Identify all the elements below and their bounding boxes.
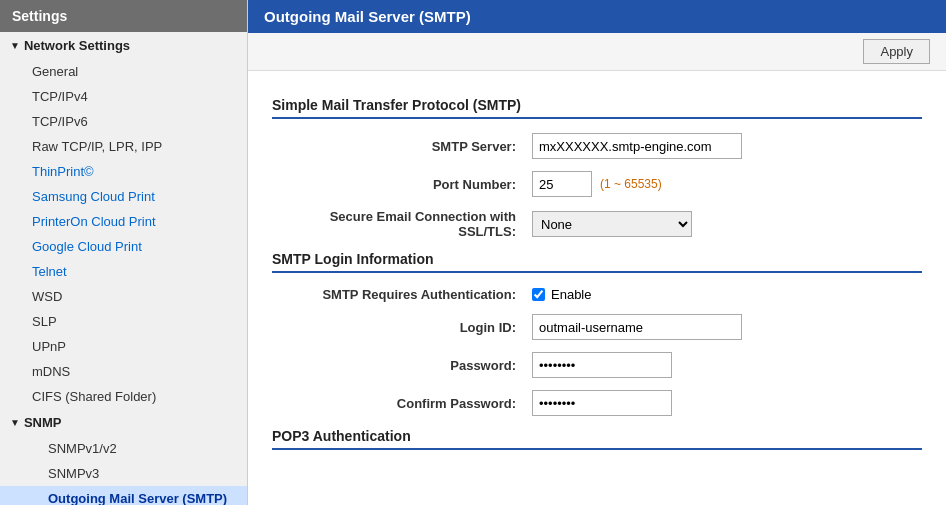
password-field <box>532 352 672 378</box>
port-number-label: Port Number: <box>272 177 532 192</box>
login-id-label: Login ID: <box>272 320 532 335</box>
sidebar: Settings ▼ Network Settings General TCP/… <box>0 0 248 505</box>
ssl-tls-select[interactable]: None SSL TLS <box>532 211 692 237</box>
nav-item-google-cloud[interactable]: Google Cloud Print <box>0 234 247 259</box>
confirm-password-field <box>532 390 672 416</box>
ssl-tls-row: Secure Email Connection with SSL/TLS: No… <box>272 209 922 239</box>
nav-item-printeron[interactable]: PrinterOn Cloud Print <box>0 209 247 234</box>
confirm-password-row: Confirm Password: <box>272 390 922 416</box>
nav-item-snmpv3[interactable]: SNMPv3 <box>0 461 247 486</box>
nav-item-outgoing-smtp[interactable]: Outgoing Mail Server (SMTP) <box>0 486 247 505</box>
login-id-field <box>532 314 742 340</box>
pop3-section-title: POP3 Authentication <box>272 428 922 450</box>
content-area: Simple Mail Transfer Protocol (SMTP) SMT… <box>248 71 946 505</box>
smtp-auth-checkbox-label: Enable <box>551 287 591 302</box>
smtp-server-row: SMTP Server: <box>272 133 922 159</box>
smtp-auth-field: Enable <box>532 287 591 302</box>
nav-item-mdns[interactable]: mDNS <box>0 359 247 384</box>
main-content: Outgoing Mail Server (SMTP) Apply Simple… <box>248 0 946 505</box>
nav-item-slp[interactable]: SLP <box>0 309 247 334</box>
ssl-tls-label: Secure Email Connection with SSL/TLS: <box>272 209 532 239</box>
nav-item-wsd[interactable]: WSD <box>0 284 247 309</box>
nav-item-thinprint[interactable]: ThinPrint© <box>0 159 247 184</box>
arrow-down-icon: ▼ <box>10 40 20 51</box>
port-number-field: (1 ~ 65535) <box>532 171 662 197</box>
nav-item-general[interactable]: General <box>0 59 247 84</box>
nav-item-cifs[interactable]: CIFS (Shared Folder) <box>0 384 247 409</box>
nav-item-samsung-cloud[interactable]: Samsung Cloud Print <box>0 184 247 209</box>
nav-group-label: Network Settings <box>24 38 130 53</box>
login-id-input[interactable] <box>532 314 742 340</box>
port-hint: (1 ~ 65535) <box>600 177 662 191</box>
smtp-server-input[interactable] <box>532 133 742 159</box>
nav-group-snmp-label: SNMP <box>24 415 62 430</box>
password-row: Password: <box>272 352 922 378</box>
nav-item-telnet[interactable]: Telnet <box>0 259 247 284</box>
sidebar-header: Settings <box>0 0 247 32</box>
main-header: Outgoing Mail Server (SMTP) <box>248 0 946 33</box>
port-number-row: Port Number: (1 ~ 65535) <box>272 171 922 197</box>
smtp-auth-label: SMTP Requires Authentication: <box>272 287 532 302</box>
smtp-section-title: Simple Mail Transfer Protocol (SMTP) <box>272 97 922 119</box>
confirm-password-input[interactable] <box>532 390 672 416</box>
nav-group-network[interactable]: ▼ Network Settings <box>0 32 247 59</box>
login-id-row: Login ID: <box>272 314 922 340</box>
ssl-tls-field: None SSL TLS <box>532 211 692 237</box>
password-input[interactable] <box>532 352 672 378</box>
smtp-server-field <box>532 133 742 159</box>
nav-item-upnp[interactable]: UPnP <box>0 334 247 359</box>
nav-group-snmp[interactable]: ▼ SNMP <box>0 409 247 436</box>
smtp-auth-checkbox-row: Enable <box>532 287 591 302</box>
arrow-down-icon-snmp: ▼ <box>10 417 20 428</box>
nav-item-tcpipv4[interactable]: TCP/IPv4 <box>0 84 247 109</box>
apply-button[interactable]: Apply <box>863 39 930 64</box>
login-section-title: SMTP Login Information <box>272 251 922 273</box>
nav-item-raw-tcp[interactable]: Raw TCP/IP, LPR, IPP <box>0 134 247 159</box>
smtp-auth-row: SMTP Requires Authentication: Enable <box>272 287 922 302</box>
nav-item-snmpv1v2[interactable]: SNMPv1/v2 <box>0 436 247 461</box>
smtp-auth-checkbox[interactable] <box>532 288 545 301</box>
smtp-server-label: SMTP Server: <box>272 139 532 154</box>
nav-item-tcpipv6[interactable]: TCP/IPv6 <box>0 109 247 134</box>
port-number-input[interactable] <box>532 171 592 197</box>
toolbar: Apply <box>248 33 946 71</box>
confirm-password-label: Confirm Password: <box>272 396 532 411</box>
password-label: Password: <box>272 358 532 373</box>
